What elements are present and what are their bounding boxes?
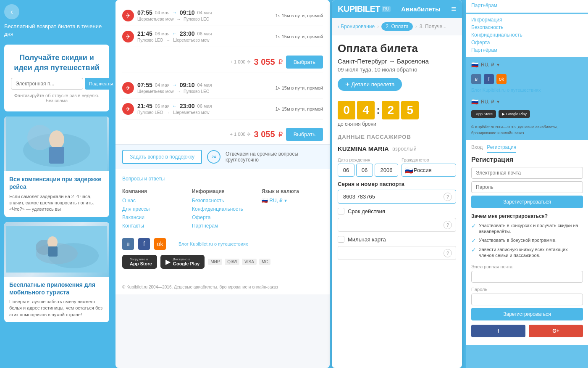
citizenship-select-wrap: 🇷🇺 Россия bbox=[402, 164, 456, 177]
back-button[interactable]: ‹ bbox=[4, 4, 19, 19]
right-ok-icon[interactable]: ok bbox=[496, 74, 507, 84]
right-link-info[interactable]: Информация bbox=[471, 17, 583, 23]
payment-title: Оплата билета bbox=[338, 42, 456, 55]
google-play-small-label: Доступно в bbox=[173, 257, 200, 261]
flight-icon-1b: ✈ bbox=[122, 31, 134, 42]
arr-time-1a: 09:10 bbox=[180, 9, 195, 16]
svg-point-2 bbox=[27, 125, 52, 150]
citizenship-group: Гражданство 🇷🇺 Россия bbox=[402, 157, 456, 177]
arr-date-2b: 06 мая bbox=[197, 103, 212, 109]
expiry-checkbox[interactable] bbox=[338, 208, 344, 214]
qa-link[interactable]: Вопросы и ответы bbox=[122, 176, 323, 182]
details-button[interactable]: ✈ Детали перелета bbox=[338, 78, 402, 91]
support-button[interactable]: Задать вопрос в поддержку bbox=[122, 150, 202, 164]
flight-duration-1b: 1ч 15м в пути, прямой bbox=[276, 34, 323, 39]
subscribe-button[interactable]: Подписаться bbox=[85, 78, 113, 90]
app-store-small-label: Загрузите в bbox=[130, 257, 152, 261]
dep-date-1b: 06 мая bbox=[155, 31, 170, 36]
footer-link-contacts[interactable]: Контакты bbox=[122, 223, 184, 229]
dob-label: Дата рождения bbox=[338, 157, 398, 162]
reg-email-label2: Электронная почта bbox=[471, 264, 583, 269]
back-to-booking[interactable]: ‹ Бронирование bbox=[338, 24, 375, 29]
mileage-input[interactable] bbox=[338, 246, 456, 260]
right-link-partners[interactable]: Партнёрам bbox=[471, 3, 583, 8]
footer-col-company: Компания О нас Для прессы Вакансии Конта… bbox=[122, 188, 184, 231]
flight-icon-1a: ✈ bbox=[122, 10, 134, 21]
tab-login[interactable]: Вход bbox=[471, 144, 483, 153]
right-google-play-icon: ▶ bbox=[502, 112, 505, 116]
dob-year-input[interactable] bbox=[375, 164, 398, 177]
right-link-partners2[interactable]: Партнёрам bbox=[471, 47, 583, 53]
passport-help-icon[interactable]: ? bbox=[444, 193, 452, 201]
arr-time-2a: 09:10 bbox=[180, 82, 195, 88]
expiry-input[interactable] bbox=[338, 218, 456, 232]
google-play-button[interactable]: ▶ Доступно в Google Play bbox=[160, 255, 205, 269]
reg-email-input[interactable] bbox=[471, 167, 583, 179]
reg-password-input-2[interactable] bbox=[471, 294, 583, 305]
bc-step-3: 3. Получе... bbox=[420, 24, 446, 29]
right-google-play-button[interactable]: ▶ Google Play bbox=[499, 110, 530, 118]
footer-link-privacy[interactable]: Конфиденциальность bbox=[192, 206, 253, 212]
right-app-store-label: App Store bbox=[476, 112, 493, 116]
right-link-security[interactable]: Безопасность bbox=[471, 24, 583, 30]
select-button-2[interactable]: Выбрать bbox=[286, 128, 323, 141]
right-app-store-button[interactable]: App Store bbox=[471, 110, 496, 118]
blog-link[interactable]: Блог Kupibilet.ru о путешествиях bbox=[178, 241, 248, 246]
footer-columns: Компания О нас Для прессы Вакансии Конта… bbox=[122, 188, 323, 231]
footer-link-security[interactable]: Безопасность bbox=[192, 198, 253, 204]
footer-link-partners[interactable]: Партнёрам bbox=[192, 223, 253, 229]
tab-register[interactable]: Регистрация bbox=[487, 144, 516, 153]
lang-selector[interactable]: 🇷🇺 RU, ₽ ▾ bbox=[262, 198, 323, 204]
reg-email-input-2[interactable] bbox=[471, 271, 583, 283]
footer-link-about[interactable]: О нас bbox=[122, 198, 184, 204]
arr-time-1b: 23:00 bbox=[180, 30, 195, 37]
reg-password-input[interactable] bbox=[471, 181, 583, 193]
free-return-text: Бесплатный возврат билета в течение дня bbox=[4, 23, 109, 38]
right-link-offer[interactable]: Оферта bbox=[471, 40, 583, 45]
footer-link-offer[interactable]: Оферта bbox=[192, 214, 253, 220]
facebook-icon[interactable]: f bbox=[138, 238, 150, 250]
benefit-2: ✓ Участвовать в бонусной программе. bbox=[471, 237, 583, 244]
left-panel: ‹ Бесплатный возврат билета в течение дн… bbox=[0, 0, 113, 368]
flight-row-2b: ✈ 21:45 06 мая ← 23:00 06 мая Пулково LE… bbox=[122, 98, 323, 119]
right-link-privacy[interactable]: Конфиденциальность bbox=[471, 32, 583, 38]
register-button[interactable]: Зарегистрироваться bbox=[471, 196, 583, 208]
dob-month-input[interactable] bbox=[356, 164, 373, 177]
footer-link-jobs[interactable]: Вакансии bbox=[122, 214, 184, 220]
flight-times-2a: 07:55 04 мая → 09:10 04 мая Шереметьево … bbox=[137, 82, 272, 94]
reg-title: Регистрация bbox=[471, 156, 583, 164]
ok-icon[interactable]: ok bbox=[154, 238, 166, 250]
expiry-help-icon[interactable]: ? bbox=[444, 221, 452, 229]
register-button-2[interactable]: Зарегистрироваться bbox=[471, 308, 583, 320]
svg-point-3 bbox=[49, 130, 64, 149]
dep-time-1b: 21:45 bbox=[137, 30, 152, 37]
dob-day-input[interactable] bbox=[338, 164, 354, 177]
support-section: Задать вопрос в поддержку 24 Отвечаем на… bbox=[116, 144, 330, 169]
right-fb-icon[interactable]: f bbox=[484, 74, 494, 84]
flight-section-1: ✈ 07:55 04 мая → 09:10 04 мая Шереметьев… bbox=[116, 0, 330, 52]
passport-input[interactable] bbox=[338, 190, 456, 204]
russia-flag: 🇷🇺 bbox=[405, 166, 413, 174]
google-auth-button[interactable]: G+ bbox=[529, 325, 583, 337]
facebook-auth-button[interactable]: f bbox=[471, 325, 525, 337]
benefit-text-3: Завести записную книжку всех летающих чл… bbox=[479, 246, 583, 259]
benefit-3: ✓ Завести записную книжку всех летающих … bbox=[471, 246, 583, 259]
email-input[interactable] bbox=[11, 78, 83, 90]
currency-2: ₽ bbox=[278, 130, 283, 138]
app-store-button[interactable]: Загрузите в App Store bbox=[122, 255, 157, 269]
select-button-1[interactable]: Выбрать bbox=[286, 56, 323, 69]
app-store-label: App Store bbox=[130, 261, 152, 266]
right-google-play-label: Google Play bbox=[506, 112, 527, 116]
col-title-lang: Язык и валюта bbox=[262, 188, 323, 194]
menu-icon[interactable]: ≡ bbox=[451, 4, 456, 14]
passport-label: Серия и номер паспорта bbox=[338, 181, 456, 187]
right-vk-icon[interactable]: в bbox=[471, 74, 481, 84]
vk-icon[interactable]: в bbox=[122, 238, 134, 250]
footer-link-press[interactable]: Для прессы bbox=[122, 206, 184, 212]
bc-sep-1: › bbox=[377, 24, 379, 29]
google-play-icon: ▶ bbox=[165, 258, 171, 266]
right-flag: 🇷🇺 bbox=[471, 61, 478, 68]
mileage-checkbox[interactable] bbox=[338, 236, 344, 243]
mileage-help-icon[interactable]: ? bbox=[444, 249, 452, 257]
right-blog-link[interactable]: Блог Kupibilet.ru о путешествиях bbox=[466, 87, 588, 96]
